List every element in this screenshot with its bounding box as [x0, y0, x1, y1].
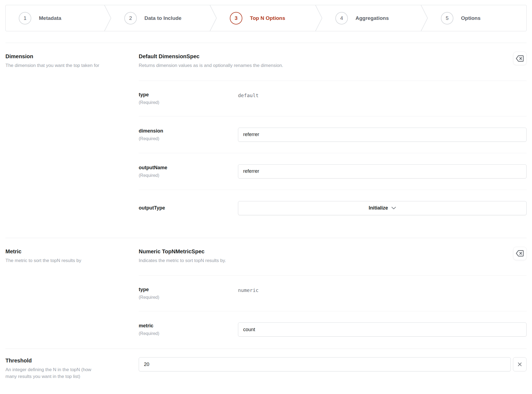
output-type-initialize-button[interactable]: Initialize [238, 201, 527, 215]
backspace-icon [515, 250, 525, 257]
required-note: (Required) [139, 173, 238, 178]
step-aggregations[interactable]: 4 Aggregations [322, 5, 421, 31]
chevron-separator-icon [210, 5, 217, 31]
required-note: (Required) [139, 100, 238, 105]
clear-threshold-button[interactable] [513, 357, 527, 371]
chevron-separator-icon [421, 5, 428, 31]
step-number-badge: 4 [335, 12, 348, 24]
metric-input[interactable] [238, 322, 527, 337]
output-type-field-label: outputType [139, 205, 238, 211]
chevron-separator-icon [315, 5, 322, 31]
metric-type-field-value: numeric [238, 287, 527, 293]
metric-field-label: metric [139, 323, 238, 329]
required-note: (Required) [139, 295, 238, 300]
clear-metric-spec-button[interactable] [513, 247, 527, 260]
metric-section-title: Metric [5, 248, 128, 255]
output-name-input[interactable] [238, 164, 527, 178]
chevron-separator-icon [104, 5, 111, 31]
step-label: Aggregations [355, 15, 389, 21]
step-options[interactable]: 5 Options [428, 5, 526, 31]
dimension-section-title: Dimension [5, 53, 128, 60]
dimension-section-description: The dimension that you want the top take… [5, 62, 128, 69]
dimension-section: Dimension The dimension that you want th… [0, 43, 532, 238]
chevron-down-icon [391, 207, 396, 210]
dimension-input[interactable] [238, 128, 527, 142]
step-number-badge: 3 [230, 12, 242, 24]
dimension-spec-title: Default DimensionSpec [139, 53, 283, 60]
metric-section: Metric The metric to sort the topN resul… [0, 238, 532, 349]
metric-spec-description: Indicates the metric to sort topN result… [139, 257, 226, 264]
output-name-field-label: outputName [139, 165, 238, 171]
step-number-badge: 5 [441, 12, 453, 24]
dimension-field-label: dimension [139, 128, 238, 134]
dimension-spec-description: Returns dimension values as is and optio… [139, 62, 283, 69]
clear-dimension-spec-button[interactable] [513, 52, 527, 65]
step-number-badge: 1 [19, 12, 31, 24]
type-field-value: default [238, 92, 527, 98]
step-number-badge: 2 [124, 12, 137, 24]
step-data-to-include[interactable]: 2 Data to Include [111, 5, 210, 31]
backspace-icon [515, 55, 525, 62]
step-metadata[interactable]: 1 Metadata [6, 5, 104, 31]
step-label: Top N Options [250, 15, 285, 21]
metric-type-field-label: type [139, 287, 238, 293]
close-icon [517, 362, 522, 367]
required-note: (Required) [139, 136, 238, 141]
threshold-section-title: Threshold [5, 358, 128, 364]
threshold-section: Threshold An integer defining the N in t… [0, 349, 532, 380]
step-label: Data to Include [144, 15, 181, 21]
required-note: (Required) [139, 331, 238, 336]
step-label: Options [461, 15, 481, 21]
output-type-button-label: Initialize [369, 205, 388, 211]
threshold-input[interactable] [139, 357, 511, 371]
step-label: Metadata [39, 15, 61, 21]
metric-section-description: The metric to sort the topN results by [5, 257, 128, 264]
type-field-label: type [139, 92, 238, 98]
step-top-n-options[interactable]: 3 Top N Options [217, 5, 315, 31]
wizard-stepper: 1 Metadata 2 Data to Include 3 Top N Opt… [5, 5, 527, 31]
metric-spec-title: Numeric TopNMetricSpec [139, 248, 226, 255]
threshold-section-description: An integer defining the N in the topN (h… [5, 367, 103, 380]
